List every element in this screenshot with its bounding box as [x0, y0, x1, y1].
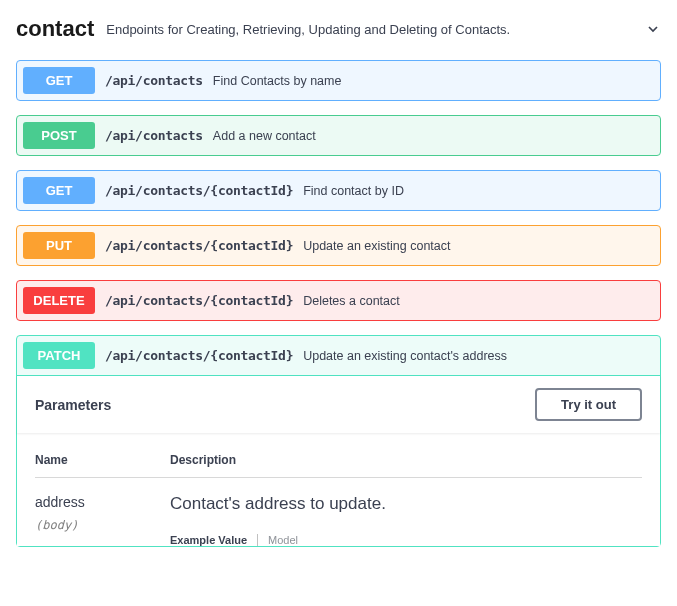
tag-name: contact: [16, 16, 94, 42]
http-method-badge: DELETE: [23, 287, 95, 314]
endpoint-row[interactable]: GET /api/contacts/{contactId} Find conta…: [16, 170, 661, 211]
endpoint-path: /api/contacts/{contactId}: [105, 183, 293, 198]
endpoint-summary: Update an existing contact's address: [303, 349, 507, 363]
tab-example-value[interactable]: Example Value: [170, 534, 247, 546]
column-header-name: Name: [35, 453, 170, 467]
http-method-badge: PATCH: [23, 342, 95, 369]
tab-model[interactable]: Model: [268, 534, 298, 546]
endpoint-summary: Update an existing contact: [303, 239, 450, 253]
endpoint-path: /api/contacts/{contactId}: [105, 293, 293, 308]
parameter-name: address: [35, 494, 170, 510]
endpoint-body: Parameters Try it out Name Description a…: [17, 375, 660, 546]
endpoint-row[interactable]: PUT /api/contacts/{contactId} Update an …: [16, 225, 661, 266]
column-header-description: Description: [170, 453, 236, 467]
chevron-down-icon[interactable]: [645, 21, 661, 37]
endpoint-header[interactable]: PATCH /api/contacts/{contactId} Update a…: [17, 336, 660, 375]
endpoint-summary: Find Contacts by name: [213, 74, 342, 88]
tag-description: Endpoints for Creating, Retrieving, Upda…: [106, 22, 645, 37]
try-it-out-button[interactable]: Try it out: [535, 388, 642, 421]
parameters-title: Parameters: [35, 397, 111, 413]
endpoint-row-expanded: PATCH /api/contacts/{contactId} Update a…: [16, 335, 661, 547]
endpoint-summary: Deletes a contact: [303, 294, 400, 308]
parameter-description: Contact's address to update.: [170, 494, 642, 514]
http-method-badge: GET: [23, 67, 95, 94]
endpoint-row[interactable]: GET /api/contacts Find Contacts by name: [16, 60, 661, 101]
http-method-badge: GET: [23, 177, 95, 204]
endpoint-path: /api/contacts: [105, 128, 203, 143]
endpoint-path: /api/contacts/{contactId}: [105, 238, 293, 253]
endpoint-path: /api/contacts/{contactId}: [105, 348, 293, 363]
parameter-location: (body): [35, 518, 170, 532]
endpoint-summary: Find contact by ID: [303, 184, 404, 198]
endpoint-summary: Add a new contact: [213, 129, 316, 143]
endpoint-row[interactable]: POST /api/contacts Add a new contact: [16, 115, 661, 156]
http-method-badge: POST: [23, 122, 95, 149]
tag-header[interactable]: contact Endpoints for Creating, Retrievi…: [16, 8, 661, 60]
endpoints-list: GET /api/contacts Find Contacts by name …: [16, 60, 661, 547]
parameter-row: address (body) Contact's address to upda…: [35, 478, 642, 546]
http-method-badge: PUT: [23, 232, 95, 259]
endpoint-path: /api/contacts: [105, 73, 203, 88]
tab-separator: [257, 534, 258, 546]
endpoint-row[interactable]: DELETE /api/contacts/{contactId} Deletes…: [16, 280, 661, 321]
